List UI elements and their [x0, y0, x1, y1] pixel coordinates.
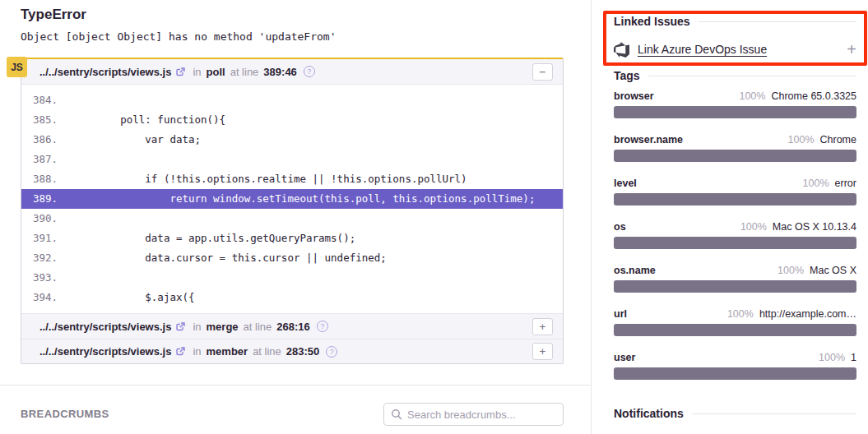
help-icon[interactable]: ? — [304, 66, 315, 77]
expand-frame-button[interactable]: + — [532, 318, 553, 335]
collapse-frame-button[interactable]: − — [532, 63, 553, 81]
code-line-393: 393. — [21, 268, 563, 288]
code-context: 384.385. poll: function(){386. var data;… — [21, 84, 563, 314]
tag-distribution-bar[interactable] — [614, 193, 856, 205]
code-text: poll: function(){ — [71, 113, 225, 126]
external-link-icon[interactable] — [175, 321, 186, 332]
tag-distribution-bar[interactable] — [614, 324, 856, 336]
tag-summary: 100%Mac OS X 10.13.4 — [740, 221, 856, 233]
tag-percent: 100% — [727, 308, 754, 320]
code-text: data = app.utils.getQueryParams(); — [71, 232, 355, 244]
line-number: 384. — [21, 90, 71, 110]
line-number: 394. — [21, 288, 71, 307]
add-linked-issue-button[interactable]: + — [847, 41, 856, 58]
code-lines: 384.385. poll: function(){386. var data;… — [21, 90, 563, 307]
tag-distribution-bar[interactable] — [614, 280, 856, 293]
tag-distribution-bar[interactable] — [614, 237, 856, 249]
error-message: Object [object Object] has no method 'up… — [21, 30, 337, 43]
frame-in-label: in — [193, 66, 201, 78]
issue-sidebar: Linked Issues Link Azure DevOps Issue + … — [591, 0, 868, 434]
tag-distribution-bar[interactable] — [614, 106, 856, 118]
code-text: data.cursor = this.cursor || undefined; — [71, 252, 387, 264]
azure-devops-icon — [614, 42, 629, 58]
link-azure-devops-issue-link[interactable]: Link Azure DevOps Issue — [638, 43, 767, 56]
tag-value: 1 — [851, 352, 856, 363]
sidebar-content: Linked Issues Link Azure DevOps Issue + … — [614, 0, 856, 434]
tag-summary: 100%error — [803, 178, 856, 189]
code-text: if (!this.options.realtime || !this.opti… — [71, 173, 467, 185]
linked-issues-heading: Linked Issues — [614, 15, 856, 28]
frame-line-number: 268:16 — [276, 321, 309, 333]
tag-head: user100%1 — [614, 352, 856, 363]
line-number: 385. — [21, 110, 71, 130]
heading-rule — [692, 413, 856, 414]
code-line-388: 388. if (!this.options.realtime || !this… — [21, 169, 563, 189]
tag-row-level: level100%error — [614, 178, 856, 205]
tag-summary: 100%1 — [819, 352, 856, 363]
tag-distribution-bar[interactable] — [614, 150, 856, 162]
tag-percent: 100% — [803, 178, 829, 189]
breadcrumbs-search[interactable] — [383, 403, 564, 426]
tag-row-os: os100%Mac OS X 10.13.4 — [614, 221, 856, 249]
tag-key: url — [614, 308, 627, 320]
tag-key: os — [614, 221, 626, 233]
code-line-387: 387. — [21, 150, 563, 169]
frame-atline-label: at line — [230, 66, 259, 78]
frame-line-number: 389:46 — [263, 66, 296, 78]
tag-percent: 100% — [777, 265, 804, 276]
stack-trace-container: ../../sentry/scripts/views.js in poll at… — [21, 58, 564, 364]
tag-value: http://example.com… — [759, 308, 856, 320]
line-number: 388. — [21, 169, 71, 189]
frame-in-label: in — [193, 345, 201, 358]
tag-distribution-bar[interactable] — [614, 367, 856, 380]
stack-frame-header-merge: ../../sentry/scripts/views.js in merge a… — [21, 314, 563, 339]
external-link-icon[interactable] — [175, 346, 186, 357]
tag-key: browser.name — [614, 134, 683, 145]
code-line-386: 386. var data; — [21, 130, 563, 150]
tag-head: browser.name100%Chrome — [614, 134, 856, 145]
tag-row-os.name: os.name100%Mac OS X — [614, 265, 856, 293]
notifications-title: Notifications — [614, 407, 684, 420]
search-input[interactable] — [407, 409, 556, 421]
code-text: $.ajax({ — [71, 291, 195, 303]
tags-list: browser100%Chrome 65.0.3325browser.name1… — [614, 90, 856, 395]
stack-frame-header-poll: ../../sentry/scripts/views.js in poll at… — [21, 59, 563, 84]
tag-percent: 100% — [788, 134, 815, 145]
tag-percent: 100% — [739, 90, 765, 102]
tag-value: error — [835, 178, 856, 189]
frame-filename: ../../sentry/scripts/views.js — [39, 66, 171, 78]
code-line-385: 385. poll: function(){ — [21, 110, 563, 130]
tag-head: url100%http://example.com… — [614, 308, 856, 320]
code-text: var data; — [71, 133, 201, 145]
search-icon — [391, 409, 402, 420]
tag-key: user — [614, 352, 635, 363]
section-divider — [0, 385, 591, 386]
code-line-389: 389. return window.setTimeout(this.poll,… — [21, 189, 563, 209]
tag-summary: 100%Chrome 65.0.3325 — [739, 90, 856, 102]
tag-percent: 100% — [819, 352, 845, 363]
breadcrumbs-section-title: BREADCRUMBS — [21, 408, 109, 420]
code-line-394: 394. $.ajax({ — [21, 288, 563, 307]
frame-function-name: member — [207, 345, 248, 358]
help-icon[interactable]: ? — [317, 321, 328, 332]
external-link-icon[interactable] — [175, 67, 186, 77]
tag-row-browser.name: browser.name100%Chrome — [614, 134, 856, 162]
issue-detail-main: TypeError Object [object Object] has no … — [0, 0, 591, 434]
stack-frame-header-member: ../../sentry/scripts/views.js in member … — [21, 339, 563, 363]
code-line-392: 392. data.cursor = this.cursor || undefi… — [21, 248, 563, 268]
expand-frame-button[interactable]: + — [532, 343, 553, 360]
tag-row-user: user100%1 — [614, 352, 856, 380]
frame-filename: ../../sentry/scripts/views.js — [39, 321, 171, 333]
help-icon[interactable]: ? — [326, 346, 337, 358]
tag-value: Mac OS X 10.13.4 — [773, 221, 856, 233]
frame-function-name: merge — [207, 321, 239, 333]
tags-title: Tags — [614, 69, 640, 82]
linked-issues-row: Link Azure DevOps Issue + — [614, 39, 856, 60]
notifications-heading: Notifications — [614, 407, 856, 420]
tag-value: Chrome — [820, 134, 856, 145]
frame-function-name: poll — [207, 66, 225, 78]
code-line-390: 390. — [21, 209, 563, 229]
tag-row-browser: browser100%Chrome 65.0.3325 — [614, 90, 856, 118]
tag-percent: 100% — [740, 221, 767, 233]
linked-issues-title: Linked Issues — [614, 15, 690, 28]
